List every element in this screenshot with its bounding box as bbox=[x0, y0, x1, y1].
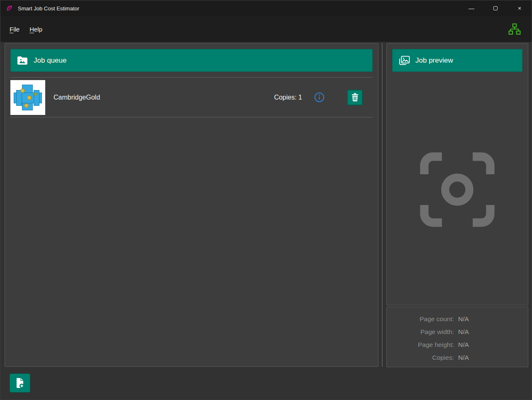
sitemap-icon[interactable] bbox=[508, 23, 521, 35]
menu-help-label: elp bbox=[34, 26, 42, 33]
detail-value: N/A bbox=[458, 315, 528, 323]
job-delete-button[interactable] bbox=[347, 90, 363, 105]
preview-placeholder bbox=[387, 78, 528, 302]
detail-label: Copies: bbox=[387, 354, 454, 361]
trash-icon bbox=[351, 93, 359, 102]
info-icon bbox=[314, 92, 325, 103]
folder-image-icon bbox=[17, 56, 28, 66]
menu-file-label: ile bbox=[13, 26, 20, 33]
job-row[interactable]: CambridgeGold Copies: 1 bbox=[10, 78, 373, 117]
maximize-button[interactable] bbox=[483, 0, 508, 16]
add-job-button[interactable] bbox=[10, 373, 30, 393]
window-title: Smart Job Cost Estimator bbox=[18, 5, 79, 12]
job-thumbnail bbox=[10, 80, 45, 115]
detail-row-page-height: Page height: N/A bbox=[387, 338, 528, 351]
job-preview-header: Job preview bbox=[392, 49, 522, 72]
menubar: File Help bbox=[0, 16, 532, 42]
detail-label: Page height: bbox=[387, 341, 454, 349]
maximize-icon bbox=[493, 6, 498, 10]
job-queue-header: Job queue bbox=[10, 49, 373, 72]
job-info-button[interactable] bbox=[313, 91, 325, 104]
panel-splitter[interactable] bbox=[382, 43, 383, 367]
detail-value: N/A bbox=[458, 328, 528, 336]
job-queue-title: Job queue bbox=[34, 56, 66, 65]
menu-help[interactable]: Help bbox=[24, 23, 47, 35]
detail-row-page-width: Page width: N/A bbox=[387, 325, 528, 338]
viewfinder-icon bbox=[413, 146, 501, 234]
app-icon bbox=[6, 5, 13, 12]
job-copies: Copies: 1 bbox=[274, 94, 302, 101]
job-details-panel: Page count: N/A Page width: N/A Page hei… bbox=[386, 307, 528, 367]
detail-label: Page count: bbox=[387, 315, 454, 323]
menu-help-mnemonic: H bbox=[29, 26, 34, 33]
job-details-list: Page count: N/A Page width: N/A Page hei… bbox=[387, 307, 528, 364]
main-area: Job queue CambridgeGold Copies: 1 bbox=[0, 42, 532, 400]
close-button[interactable]: × bbox=[508, 0, 532, 16]
detail-row-page-count: Page count: N/A bbox=[387, 312, 528, 325]
window-controls: — × bbox=[459, 0, 532, 16]
file-plus-icon bbox=[15, 378, 25, 388]
detail-row-copies: Copies: N/A bbox=[387, 351, 528, 364]
detail-label: Page width: bbox=[387, 328, 454, 336]
detail-value: N/A bbox=[458, 341, 528, 349]
menu-file[interactable]: File bbox=[10, 23, 24, 35]
job-preview-panel: Job preview bbox=[386, 43, 528, 305]
job-name: CambridgeGold bbox=[54, 94, 100, 101]
job-queue-panel: Job queue CambridgeGold Copies: 1 bbox=[5, 43, 378, 367]
image-stack-icon bbox=[399, 56, 410, 66]
detail-value: N/A bbox=[458, 354, 528, 361]
job-preview-title: Job preview bbox=[415, 56, 453, 65]
menu-file-mnemonic: F bbox=[10, 26, 13, 33]
minimize-button[interactable]: — bbox=[459, 0, 483, 16]
titlebar: Smart Job Cost Estimator — × bbox=[0, 0, 532, 16]
